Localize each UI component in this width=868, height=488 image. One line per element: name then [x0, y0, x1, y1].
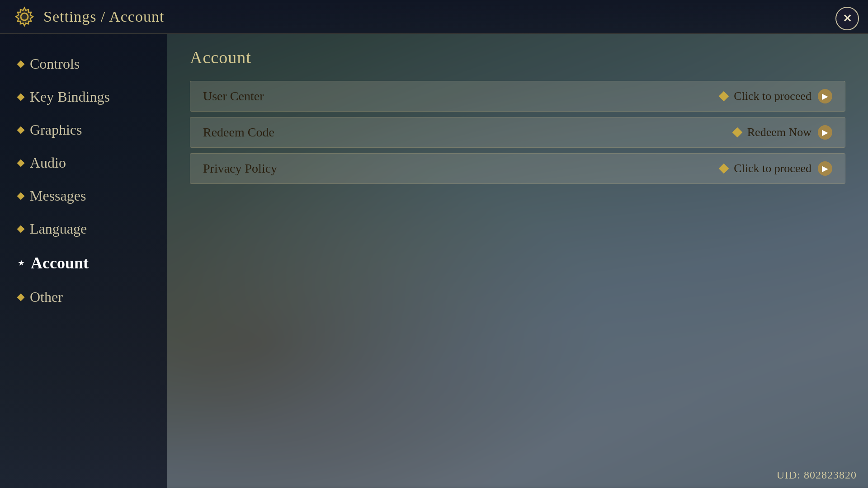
bullet-icon: [17, 293, 25, 301]
content-panel: Account User Center Click to proceed ▶ R…: [167, 34, 868, 488]
bullet-icon: [17, 60, 25, 68]
header-title: Settings / Account: [43, 8, 164, 25]
sidebar-item-messages[interactable]: Messages: [0, 179, 167, 212]
sidebar-item-label: Audio: [30, 155, 66, 171]
sidebar-item-label: Controls: [30, 56, 80, 72]
sidebar-item-language[interactable]: Language: [0, 212, 167, 245]
privacy-policy-label: Privacy Policy: [203, 161, 720, 176]
user-center-row[interactable]: User Center Click to proceed ▶: [190, 81, 845, 112]
bullet-icon: [17, 126, 25, 134]
bullet-icon: [17, 225, 25, 233]
diamond-icon: [732, 127, 742, 138]
sidebar-item-account[interactable]: Account: [0, 245, 167, 281]
arrow-icon: ▶: [818, 125, 832, 140]
arrow-icon: ▶: [818, 89, 832, 103]
close-icon: ✕: [843, 12, 852, 25]
sidebar-item-graphics[interactable]: Graphics: [0, 113, 167, 146]
sidebar-item-label: Account: [31, 253, 89, 272]
sidebar: Controls Key Bindings Graphics Audio Mes…: [0, 34, 167, 488]
sidebar-item-label: Other: [30, 289, 63, 305]
privacy-policy-action-label: Click to proceed: [734, 162, 811, 175]
arrow-icon: ▶: [818, 161, 832, 176]
sidebar-item-label: Key Bindings: [30, 89, 110, 105]
header-bar: Settings / Account: [0, 0, 868, 34]
privacy-policy-action: Click to proceed ▶: [720, 161, 832, 176]
bullet-icon: [17, 192, 25, 200]
main-content: Controls Key Bindings Graphics Audio Mes…: [0, 34, 868, 488]
redeem-code-action-label: Redeem Now: [747, 126, 811, 139]
redeem-code-label: Redeem Code: [203, 125, 734, 140]
gear-icon: [14, 6, 35, 28]
user-center-action: Click to proceed ▶: [720, 89, 832, 103]
bullet-icon: [17, 93, 25, 101]
sidebar-item-key-bindings[interactable]: Key Bindings: [0, 80, 167, 113]
sidebar-item-label: Graphics: [30, 122, 82, 138]
active-bullet-icon: [18, 260, 24, 266]
sidebar-item-audio[interactable]: Audio: [0, 146, 167, 179]
diamond-icon: [719, 164, 729, 174]
redeem-code-action: Redeem Now ▶: [734, 125, 832, 140]
sidebar-item-other[interactable]: Other: [0, 281, 167, 314]
user-center-action-label: Click to proceed: [734, 89, 811, 103]
uid-label: UID: 802823820: [777, 469, 857, 481]
sidebar-item-controls[interactable]: Controls: [0, 47, 167, 80]
sidebar-item-label: Messages: [30, 188, 86, 204]
diamond-icon: [719, 91, 729, 102]
bullet-icon: [17, 159, 25, 167]
privacy-policy-row[interactable]: Privacy Policy Click to proceed ▶: [190, 153, 845, 184]
close-button[interactable]: ✕: [835, 7, 859, 30]
section-title: Account: [190, 47, 845, 67]
redeem-code-row[interactable]: Redeem Code Redeem Now ▶: [190, 117, 845, 148]
sidebar-item-label: Language: [30, 221, 87, 237]
user-center-label: User Center: [203, 89, 720, 103]
